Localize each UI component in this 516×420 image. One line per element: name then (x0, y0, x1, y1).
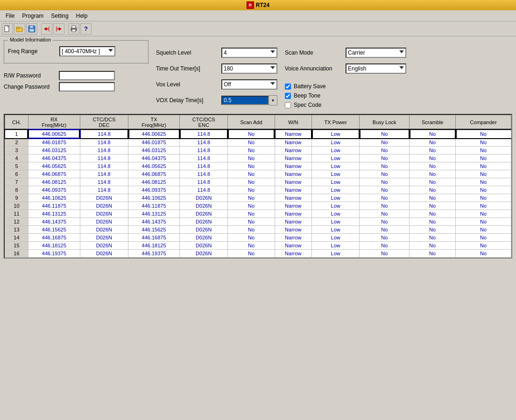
help-button[interactable]: ? (80, 23, 92, 35)
table-row[interactable]: 8446.09375114.8446.09375114.8NoNarrowLow… (5, 186, 511, 194)
svg-rect-16 (72, 26, 76, 28)
model-info-box: Model Information Freq Range [ 400-470MH… (4, 40, 148, 63)
table-row[interactable]: 9446.10625D026N446.10625D026NNoNarrowLow… (5, 194, 511, 202)
beep-tone-label: Beep Tone (294, 92, 320, 99)
vox-level-label: Vox Level (156, 81, 221, 88)
rw-password-input[interactable] (59, 71, 115, 80)
vox-delay-input[interactable] (221, 96, 269, 105)
vox-delay-row: VOX Delay Time[s] ▼ (156, 95, 277, 105)
vox-level-row: Vox Level Off123456789 (156, 79, 277, 90)
svg-rect-6 (29, 29, 34, 32)
table-row[interactable]: 7446.08125114.8446.08125114.8NoNarrowLow… (5, 178, 511, 186)
voice-annunciation-select[interactable]: EnglishChineseOff (346, 63, 406, 74)
table-row[interactable]: 11446.13125D026N446.13125D026NNoNarrowLo… (5, 210, 511, 218)
channel-table: CH. RXFreq(MHz) CTC/DCSDEC TXFreq(MHz) C… (5, 115, 511, 258)
squelch-row: Squelch Level 4012356789 (156, 48, 277, 58)
col-busy-lock: Busy Lock (360, 115, 410, 130)
header-row: CH. RXFreq(MHz) CTC/DCSDEC TXFreq(MHz) C… (5, 115, 511, 130)
col-compander: Compander (456, 115, 511, 130)
table-row[interactable]: 5446.05625114.8446.05625114.8NoNarrowLow… (5, 162, 511, 170)
table-row[interactable]: 12446.14375D026N446.14375D026NNoNarrowLo… (5, 218, 511, 226)
battery-save-row: Battery Save (285, 83, 406, 90)
table-row[interactable]: 16446.19375D026N446.19375D026NNoNarrowLo… (5, 250, 511, 258)
timeout-select[interactable]: 180306090120240Off (221, 63, 277, 74)
vox-level-select[interactable]: Off123456789 (221, 79, 277, 90)
checkboxes-section: Battery Save Beep Tone Spec Code (285, 83, 406, 108)
battery-save-label: Battery Save (294, 83, 326, 90)
timeout-label: Time Out Timer[s] (156, 65, 221, 72)
col-ctc-enc: CTC/DCSENC (180, 115, 228, 130)
table-header: CH. RXFreq(MHz) CTC/DCSDEC TXFreq(MHz) C… (5, 115, 511, 130)
col-rx-freq: RXFreq(MHz) (28, 115, 80, 130)
print-button[interactable] (68, 23, 79, 35)
spec-code-label: Spec Code (294, 102, 321, 108)
battery-save-checkbox[interactable] (285, 84, 291, 90)
menu-help[interactable]: Help (72, 12, 92, 20)
scan-mode-row: Scan Mode CarrierTimeSearch (285, 48, 406, 58)
right-panel: Scan Mode CarrierTimeSearch Voice Annunc… (285, 40, 406, 108)
col-scan-add: Scan Add (228, 115, 275, 130)
change-password-row: Change Password (4, 82, 148, 91)
password-section: R/W Password Change Password (4, 71, 148, 93)
table-row[interactable]: 3446.03125114.8446.03125114.8NoNarrowLow… (5, 147, 511, 154)
col-ctc-dec: CTC/DCSDEC (80, 115, 128, 130)
table-row[interactable]: 13446.15625D026N446.15625D026NNoNarrowLo… (5, 226, 511, 234)
change-password-input[interactable] (59, 82, 115, 91)
svg-rect-3 (16, 27, 19, 28)
settings-area: Model Information Freq Range [ 400-470MH… (4, 40, 512, 108)
voice-annunciation-label: Voice Annunciation (285, 65, 346, 72)
col-ch: CH. (5, 115, 28, 130)
table-row[interactable]: 15446.18125D026N446.18125D026NNoNarrowLo… (5, 242, 511, 250)
rw-password-label: R/W Password (4, 72, 55, 79)
menu-file[interactable]: File (2, 12, 18, 20)
scan-mode-label: Scan Mode (285, 49, 346, 56)
toolbar: ? (0, 21, 516, 36)
save-button[interactable] (26, 23, 37, 35)
table-row[interactable]: 14446.16875D026N446.16875D026NNoNarrowLo… (5, 234, 511, 242)
model-info-label: Model Information (8, 37, 53, 42)
table-row[interactable]: 4446.04375114.8446.04375114.8NoNarrowLow… (5, 154, 511, 162)
scan-mode-select[interactable]: CarrierTimeSearch (346, 48, 406, 58)
app-icon: R (247, 1, 254, 9)
col-scramble: Scramble (410, 115, 456, 130)
svg-marker-7 (44, 27, 47, 31)
freq-range-row: Freq Range [ 400-470MHz ] (8, 46, 144, 56)
spec-code-checkbox[interactable] (285, 102, 291, 108)
vox-delay-label: VOX Delay Time[s] (156, 97, 221, 104)
table-row[interactable]: 2446.01875114.8446.01875114.8NoNarrowLow… (5, 138, 511, 147)
channel-table-container[interactable]: CH. RXFreq(MHz) CTC/DCSDEC TXFreq(MHz) C… (4, 114, 512, 259)
table-body: 1446.00625114.8446.00625114.8NoNarrowLow… (5, 130, 511, 258)
svg-rect-5 (30, 26, 33, 28)
rw-password-row: R/W Password (4, 71, 148, 80)
left-panel: Model Information Freq Range [ 400-470MH… (4, 40, 148, 108)
table-row[interactable]: 6446.06875114.8446.06875114.8NoNarrowLow… (5, 170, 511, 178)
svg-marker-11 (59, 27, 62, 31)
open-button[interactable] (14, 23, 25, 35)
window-title: RT24 (256, 2, 269, 8)
voice-annunciation-row: Voice Annunciation EnglishChineseOff (285, 63, 406, 74)
menu-setting[interactable]: Setting (47, 12, 72, 20)
table-row[interactable]: 10446.11875D026N446.11875D026NNoNarrowLo… (5, 202, 511, 210)
write-button[interactable] (53, 23, 64, 35)
freq-range-label: Freq Range (8, 48, 59, 55)
beep-tone-checkbox[interactable] (285, 93, 291, 99)
table-row[interactable]: 1446.00625114.8446.00625114.8NoNarrowLow… (5, 130, 511, 138)
new-button[interactable] (2, 23, 13, 35)
spec-code-row: Spec Code (285, 102, 406, 108)
title-bar: R RT24 (0, 0, 516, 10)
read-button[interactable] (41, 23, 52, 35)
vox-delay-dropdown-btn[interactable]: ▼ (269, 95, 277, 105)
col-tx-power: TX Power (312, 115, 360, 130)
beep-tone-row: Beep Tone (285, 92, 406, 99)
col-tx-freq: TXFreq(MHz) (128, 115, 180, 130)
svg-rect-17 (72, 29, 76, 32)
menu-program[interactable]: Program (18, 12, 47, 20)
middle-panel: Squelch Level 4012356789 Time Out Timer[… (156, 40, 277, 108)
col-wn: W/N (275, 115, 311, 130)
menu-bar: File Program Setting Help (0, 10, 516, 21)
main-content: Model Information Freq Range [ 400-470MH… (0, 36, 516, 262)
change-password-label: Change Password (4, 84, 55, 90)
squelch-select[interactable]: 4012356789 (221, 48, 277, 58)
timeout-row: Time Out Timer[s] 180306090120240Off (156, 63, 277, 74)
freq-range-select[interactable]: [ 400-470MHz ] (59, 46, 115, 56)
